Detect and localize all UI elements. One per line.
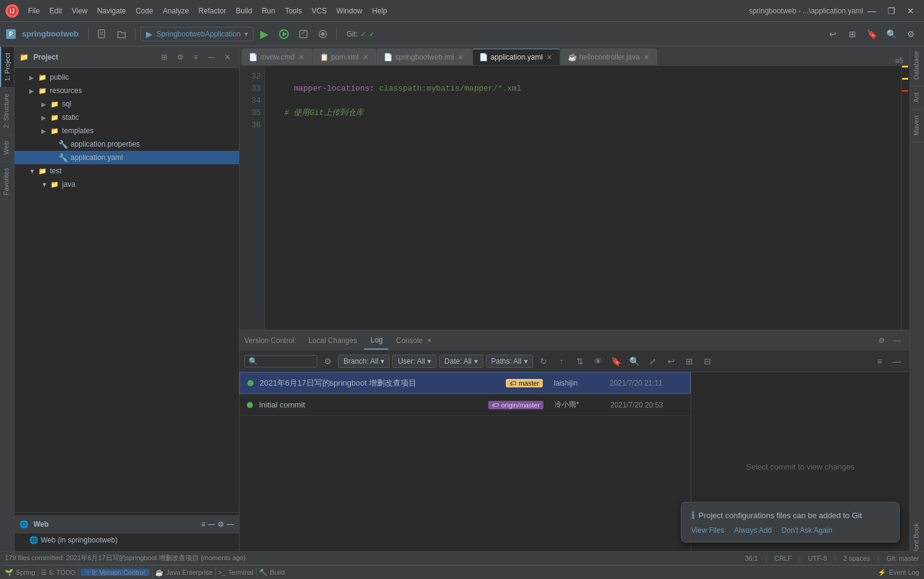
commit-row-1[interactable]: 2021年6月17日写的springboot 增删改查项目 🏷 master l… — [240, 372, 691, 394]
web-panel-collapse-button[interactable]: — — [208, 520, 215, 529]
menu-view[interactable]: View — [67, 4, 92, 18]
vc-settings-button[interactable]: ⚙ — [874, 333, 889, 348]
panel-close-button[interactable]: ✕ — [221, 50, 234, 64]
tree-item-test[interactable]: ▼ 📁 test — [15, 164, 239, 178]
expand-log-button[interactable]: ⤢ — [645, 353, 661, 369]
vc-filter-button[interactable]: ⚙ — [320, 353, 336, 369]
menu-window[interactable]: Window — [331, 4, 367, 18]
panel-collapse-button[interactable]: — — [205, 50, 218, 64]
vc-collapse-button[interactable]: — — [889, 353, 905, 369]
search-everywhere-button[interactable]: 🔍 — [883, 26, 900, 43]
commit-row-2[interactable]: Initial commit 🏷 origin/master 冷小雨* 2021… — [240, 394, 691, 416]
code-editor[interactable]: mapper-locations: classpath:mybatis/mapp… — [265, 66, 901, 330]
tree-item-sql[interactable]: ▶ 📁 sql — [15, 97, 239, 111]
minimize-button[interactable]: — — [863, 4, 880, 18]
tree-item-app-yaml[interactable]: 🔧 application.yaml — [15, 151, 239, 164]
branch-filter[interactable]: Branch: All ▾ — [338, 355, 390, 368]
line-ending[interactable]: CRLF — [774, 555, 792, 562]
always-add-link[interactable]: Always Add — [734, 526, 771, 535]
diff2-button[interactable]: ⊟ — [700, 353, 715, 369]
dont-ask-link[interactable]: Don't Ask Again — [782, 526, 833, 535]
tab-local-changes[interactable]: Local Changes — [302, 331, 363, 350]
user-filter[interactable]: User: All ▾ — [392, 355, 436, 368]
sidebar-item-web[interactable]: Web — [0, 134, 14, 161]
web-panel-settings-button[interactable]: ⚙ — [218, 520, 224, 529]
sidebar-item-structure[interactable]: 2: Structure — [0, 87, 14, 134]
diff-button[interactable]: ⊞ — [681, 353, 697, 369]
panel-settings-button[interactable]: ⚙ — [173, 50, 187, 64]
menu-help[interactable]: Help — [367, 4, 392, 18]
tree-item-public[interactable]: ▶ 📁 public — [15, 71, 239, 84]
sort-button[interactable]: ⇅ — [572, 353, 588, 369]
tab-pom[interactable]: 📋 pom.xml ✕ — [313, 49, 376, 65]
menu-edit[interactable]: Edit — [44, 4, 67, 18]
console-close-button[interactable]: ✕ — [426, 337, 433, 344]
view-files-link[interactable]: View Files — [691, 526, 724, 535]
layout-button[interactable]: ⊞ — [844, 26, 861, 43]
tree-item-static[interactable]: ▶ 📁 static — [15, 111, 239, 124]
tab-overflow-button[interactable]: ≡5 — [891, 57, 907, 65]
tab-close-button[interactable]: ✕ — [297, 53, 306, 61]
tab-console[interactable]: Console ✕ — [390, 331, 438, 350]
tree-item-templates[interactable]: ▶ 📁 templates — [15, 124, 239, 137]
event-log-button[interactable]: ⚡ Event Log — [878, 569, 919, 577]
tree-item-app-properties[interactable]: 🔧 application.properties — [15, 137, 239, 151]
web-item-springbootweb[interactable]: 🌐 Web (in springbootweb) — [15, 533, 239, 547]
menu-navigate[interactable]: Navigate — [92, 4, 131, 18]
run-config-selector[interactable]: ▶ SpringbootwebApplication ▾ — [140, 27, 253, 41]
fetch-button[interactable]: ↑ — [554, 353, 570, 369]
web-panel-expand-button[interactable]: ≡ — [201, 520, 205, 529]
profile-button[interactable] — [314, 26, 331, 43]
tab-close-button[interactable]: ✕ — [457, 53, 465, 61]
tree-item-resources[interactable]: ▶ 📁 resources — [15, 84, 239, 97]
tab-close-button[interactable]: ✕ — [361, 53, 370, 61]
close-button[interactable]: ✕ — [902, 4, 919, 18]
tab-mvnw[interactable]: 📄 mvnw.cmd ✕ — [242, 49, 312, 65]
menu-run[interactable]: Run — [257, 4, 280, 18]
tree-item-java[interactable]: ▼ 📁 java — [15, 178, 239, 191]
web-panel-min-button[interactable]: — — [227, 520, 234, 529]
vc-expand-button[interactable]: ≡ — [872, 353, 888, 369]
menu-build[interactable]: Build — [231, 4, 257, 18]
run-button[interactable]: ▶ — [256, 26, 273, 43]
menu-vcs[interactable]: VCS — [307, 4, 332, 18]
vc-minimize-button[interactable]: — — [890, 333, 905, 348]
coverage-button[interactable] — [295, 26, 312, 43]
git-branch-status[interactable]: Git: master — [886, 555, 919, 562]
panel-expand-button[interactable]: ≡ — [189, 50, 202, 64]
date-filter[interactable]: Date: All ▾ — [439, 355, 483, 368]
build-tab-button[interactable]: 🔨 Build — [259, 569, 284, 577]
paths-filter[interactable]: Paths: All ▾ — [486, 355, 533, 368]
sidebar-item-project[interactable]: 1: Project — [0, 46, 14, 87]
menu-file[interactable]: File — [23, 4, 44, 18]
menu-refactor[interactable]: Refactor — [194, 4, 231, 18]
settings-button[interactable]: ⚙ — [902, 26, 919, 43]
indent-info[interactable]: 2 spaces — [843, 555, 870, 562]
menu-code[interactable]: Code — [131, 4, 158, 18]
panel-scope-button[interactable]: ⊞ — [157, 50, 171, 64]
tab-log[interactable]: Log — [364, 331, 388, 350]
tab-iml[interactable]: 📄 springbootweb.iml ✕ — [377, 49, 472, 65]
undo-log-button[interactable]: ↩ — [663, 353, 679, 369]
tab-close-button[interactable]: ✕ — [545, 53, 554, 61]
tab-controller[interactable]: ☕ hellocontroller.java ✕ — [561, 49, 657, 65]
terminal-tab-button[interactable]: >_ Terminal — [218, 569, 253, 576]
cursor-position[interactable]: 36:1 — [745, 555, 757, 562]
new-file-button[interactable] — [94, 26, 111, 43]
tab-yaml[interactable]: 📄 application.yaml ✕ — [472, 49, 560, 65]
bookmark-log-button[interactable]: 🔖 — [609, 353, 624, 369]
tab-close-button[interactable]: ✕ — [642, 53, 650, 61]
file-encoding[interactable]: UTF-8 — [808, 555, 827, 562]
eye-button[interactable]: 👁 — [590, 353, 606, 369]
java-enterprise-tab-button[interactable]: ☕ Java Enterprise — [155, 569, 212, 577]
menu-tools[interactable]: Tools — [280, 4, 307, 18]
search-log-button[interactable]: 🔍 — [627, 353, 643, 369]
undo-button[interactable]: ↩ — [824, 26, 841, 43]
database-panel-button[interactable]: Database — [910, 46, 924, 85]
spring-tab-button[interactable]: 🌱 Spring — [5, 569, 35, 577]
bookmark-button[interactable]: 🔖 — [863, 26, 880, 43]
sidebar-item-favorites[interactable]: Favorites — [0, 161, 14, 201]
open-button[interactable] — [113, 26, 130, 43]
vc-tab-button[interactable]: ↑ 9: Version Control — [81, 569, 150, 576]
todo-tab-button[interactable]: ☰ 6: TODO — [41, 569, 76, 577]
